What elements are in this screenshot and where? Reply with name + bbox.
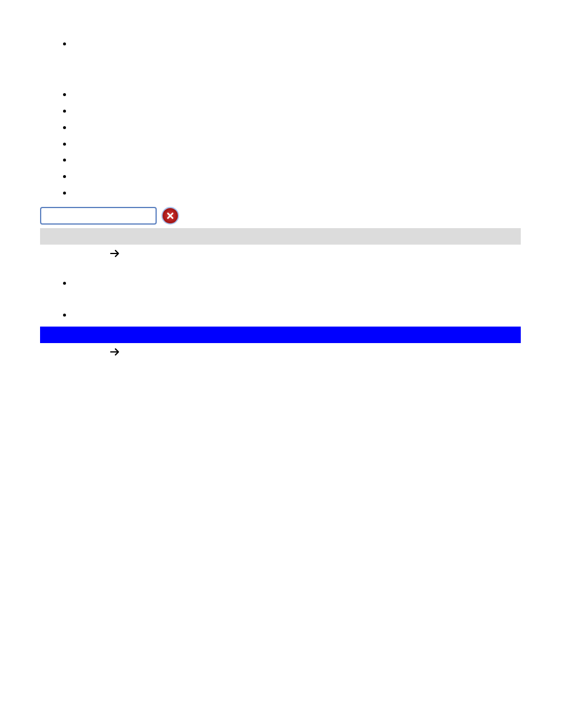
- mega-section-button[interactable]: [106, 248, 521, 261]
- nav-item[interactable]: [73, 151, 521, 168]
- mega-list-item[interactable]: [73, 307, 521, 323]
- nav-item[interactable]: [73, 168, 521, 185]
- nav-item[interactable]: [73, 35, 521, 52]
- main-nav-list-2: [40, 86, 521, 201]
- nav-item[interactable]: [73, 119, 521, 136]
- mega-section: [40, 327, 521, 370]
- nav-item[interactable]: [73, 136, 521, 152]
- mega-section-bar[interactable]: [40, 327, 521, 343]
- mega-list: [40, 275, 521, 291]
- mega-section-bar[interactable]: [40, 228, 521, 245]
- close-icon: [166, 212, 174, 220]
- nav-item[interactable]: [73, 185, 521, 201]
- search-wrap: [40, 207, 521, 225]
- mega-list: [40, 307, 521, 323]
- nav-item[interactable]: [73, 103, 521, 119]
- mega-list-item[interactable]: [73, 275, 521, 291]
- clear-search-button[interactable]: [161, 207, 179, 225]
- mega-section: [40, 228, 521, 323]
- mega-section-button[interactable]: [106, 347, 521, 359]
- mega-section-fineprint: [106, 363, 521, 370]
- nav-item[interactable]: [73, 86, 521, 103]
- arrow-right-icon: [110, 248, 120, 261]
- main-nav-list: [40, 35, 521, 52]
- mega-section-fineprint: [106, 264, 521, 271]
- search-input[interactable]: [40, 207, 157, 225]
- arrow-right-icon: [110, 347, 120, 359]
